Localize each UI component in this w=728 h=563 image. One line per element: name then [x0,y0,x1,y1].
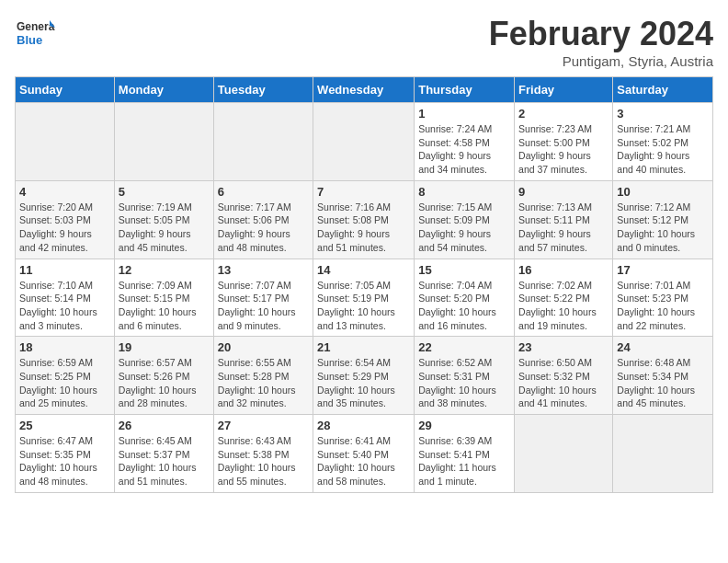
calendar-day-cell: 10Sunrise: 7:12 AM Sunset: 5:12 PM Dayli… [613,180,713,259]
calendar-week-row: 11Sunrise: 7:10 AM Sunset: 5:14 PM Dayli… [16,259,713,337]
day-info: Sunrise: 6:43 AM Sunset: 5:38 PM Dayligh… [218,434,309,488]
day-number: 10 [617,185,709,199]
day-number: 29 [418,419,510,432]
logo-svg: General Blue [15,15,55,55]
day-number: 21 [317,340,410,354]
calendar-day-cell: 29Sunrise: 6:39 AM Sunset: 5:41 PM Dayli… [415,415,515,493]
day-info: Sunrise: 7:17 AM Sunset: 5:06 PM Dayligh… [218,201,309,255]
day-number: 9 [518,185,609,199]
calendar-day-cell [213,103,313,181]
calendar-week-row: 18Sunrise: 6:59 AM Sunset: 5:25 PM Dayli… [16,337,713,415]
day-number: 8 [418,185,510,199]
header: General Blue February 2024 Puntigam, Sty… [15,15,713,69]
day-info: Sunrise: 7:02 AM Sunset: 5:22 PM Dayligh… [518,279,609,333]
day-number: 19 [119,340,210,354]
day-info: Sunrise: 6:39 AM Sunset: 5:41 PM Dayligh… [418,434,510,488]
calendar-day-cell: 14Sunrise: 7:05 AM Sunset: 5:19 PM Dayli… [313,259,415,337]
weekday-header-cell: Saturday [613,77,713,103]
day-number: 11 [19,263,110,277]
day-number: 27 [218,419,309,432]
day-info: Sunrise: 6:57 AM Sunset: 5:26 PM Dayligh… [119,356,210,410]
calendar-day-cell: 9Sunrise: 7:13 AM Sunset: 5:11 PM Daylig… [515,180,613,259]
day-info: Sunrise: 7:21 AM Sunset: 5:02 PM Dayligh… [617,122,709,177]
svg-text:General: General [17,20,55,33]
day-number: 24 [617,340,709,354]
calendar-day-cell: 2Sunrise: 7:23 AM Sunset: 5:00 PM Daylig… [515,103,613,181]
calendar-day-cell [114,103,213,181]
calendar-day-cell: 18Sunrise: 6:59 AM Sunset: 5:25 PM Dayli… [16,337,115,415]
day-info: Sunrise: 7:16 AM Sunset: 5:08 PM Dayligh… [317,201,410,255]
calendar-day-cell: 6Sunrise: 7:17 AM Sunset: 5:06 PM Daylig… [213,180,313,259]
day-number: 12 [119,263,210,277]
calendar-day-cell: 23Sunrise: 6:50 AM Sunset: 5:32 PM Dayli… [515,337,613,415]
calendar-day-cell: 12Sunrise: 7:09 AM Sunset: 5:15 PM Dayli… [114,259,213,337]
day-info: Sunrise: 7:23 AM Sunset: 5:00 PM Dayligh… [518,122,609,177]
calendar-day-cell: 17Sunrise: 7:01 AM Sunset: 5:23 PM Dayli… [613,259,713,337]
day-number: 20 [218,340,309,354]
calendar-day-cell: 21Sunrise: 6:54 AM Sunset: 5:29 PM Dayli… [313,337,415,415]
calendar-day-cell [613,415,713,493]
day-number: 3 [617,107,709,121]
calendar-day-cell: 26Sunrise: 6:45 AM Sunset: 5:37 PM Dayli… [114,415,213,493]
calendar-day-cell: 19Sunrise: 6:57 AM Sunset: 5:26 PM Dayli… [114,337,213,415]
location-subtitle: Puntigam, Styria, Austria [489,53,713,69]
calendar-day-cell: 5Sunrise: 7:19 AM Sunset: 5:05 PM Daylig… [114,180,213,259]
day-info: Sunrise: 7:15 AM Sunset: 5:09 PM Dayligh… [418,201,510,255]
calendar-day-cell: 4Sunrise: 7:20 AM Sunset: 5:03 PM Daylig… [16,180,115,259]
day-info: Sunrise: 6:50 AM Sunset: 5:32 PM Dayligh… [518,356,609,410]
calendar-day-cell: 28Sunrise: 6:41 AM Sunset: 5:40 PM Dayli… [313,415,415,493]
calendar-day-cell: 15Sunrise: 7:04 AM Sunset: 5:20 PM Dayli… [415,259,515,337]
day-number: 14 [317,263,410,277]
calendar-day-cell: 16Sunrise: 7:02 AM Sunset: 5:22 PM Dayli… [515,259,613,337]
calendar-week-row: 4Sunrise: 7:20 AM Sunset: 5:03 PM Daylig… [16,180,713,259]
day-info: Sunrise: 7:10 AM Sunset: 5:14 PM Dayligh… [19,279,110,333]
calendar-day-cell: 3Sunrise: 7:21 AM Sunset: 5:02 PM Daylig… [613,103,713,181]
day-info: Sunrise: 6:48 AM Sunset: 5:34 PM Dayligh… [617,356,709,410]
weekday-header-cell: Sunday [16,77,115,103]
weekday-header-cell: Monday [114,77,213,103]
day-info: Sunrise: 7:12 AM Sunset: 5:12 PM Dayligh… [617,201,709,255]
day-info: Sunrise: 6:52 AM Sunset: 5:31 PM Dayligh… [418,356,510,410]
day-info: Sunrise: 7:13 AM Sunset: 5:11 PM Dayligh… [518,201,609,255]
day-number: 16 [518,263,609,277]
day-number: 28 [317,419,410,432]
calendar-day-cell: 7Sunrise: 7:16 AM Sunset: 5:08 PM Daylig… [313,180,415,259]
day-number: 2 [518,107,609,121]
weekday-header-cell: Tuesday [213,77,313,103]
day-info: Sunrise: 6:59 AM Sunset: 5:25 PM Dayligh… [19,356,110,410]
calendar-day-cell [313,103,415,181]
day-number: 26 [119,419,210,432]
day-number: 22 [418,340,510,354]
day-number: 23 [518,340,609,354]
day-number: 5 [119,185,210,199]
day-number: 6 [218,185,309,199]
calendar-day-cell: 11Sunrise: 7:10 AM Sunset: 5:14 PM Dayli… [16,259,115,337]
calendar-day-cell: 1Sunrise: 7:24 AM Sunset: 4:58 PM Daylig… [415,103,515,181]
day-number: 25 [19,419,110,432]
day-number: 17 [617,263,709,277]
day-number: 15 [418,263,510,277]
weekday-header-cell: Friday [515,77,613,103]
day-info: Sunrise: 7:20 AM Sunset: 5:03 PM Dayligh… [19,201,110,255]
day-number: 4 [19,185,110,199]
day-info: Sunrise: 7:19 AM Sunset: 5:05 PM Dayligh… [119,201,210,255]
calendar-body: 1Sunrise: 7:24 AM Sunset: 4:58 PM Daylig… [16,103,713,493]
weekday-header-cell: Wednesday [313,77,415,103]
day-info: Sunrise: 6:41 AM Sunset: 5:40 PM Dayligh… [317,434,410,488]
calendar-day-cell: 24Sunrise: 6:48 AM Sunset: 5:34 PM Dayli… [613,337,713,415]
month-title: February 2024 [489,15,713,53]
day-number: 13 [218,263,309,277]
day-number: 18 [19,340,110,354]
day-info: Sunrise: 7:04 AM Sunset: 5:20 PM Dayligh… [418,279,510,333]
calendar-table: SundayMondayTuesdayWednesdayThursdayFrid… [15,76,713,493]
day-info: Sunrise: 7:24 AM Sunset: 4:58 PM Dayligh… [418,122,510,177]
title-area: February 2024 Puntigam, Styria, Austria [489,15,713,69]
day-info: Sunrise: 6:47 AM Sunset: 5:35 PM Dayligh… [19,434,110,488]
day-info: Sunrise: 6:45 AM Sunset: 5:37 PM Dayligh… [119,434,210,488]
day-info: Sunrise: 6:54 AM Sunset: 5:29 PM Dayligh… [317,356,410,410]
day-info: Sunrise: 7:01 AM Sunset: 5:23 PM Dayligh… [617,279,709,333]
calendar-week-row: 25Sunrise: 6:47 AM Sunset: 5:35 PM Dayli… [16,415,713,493]
day-number: 1 [418,107,510,121]
logo: General Blue [15,15,55,55]
calendar-day-cell: 20Sunrise: 6:55 AM Sunset: 5:28 PM Dayli… [213,337,313,415]
